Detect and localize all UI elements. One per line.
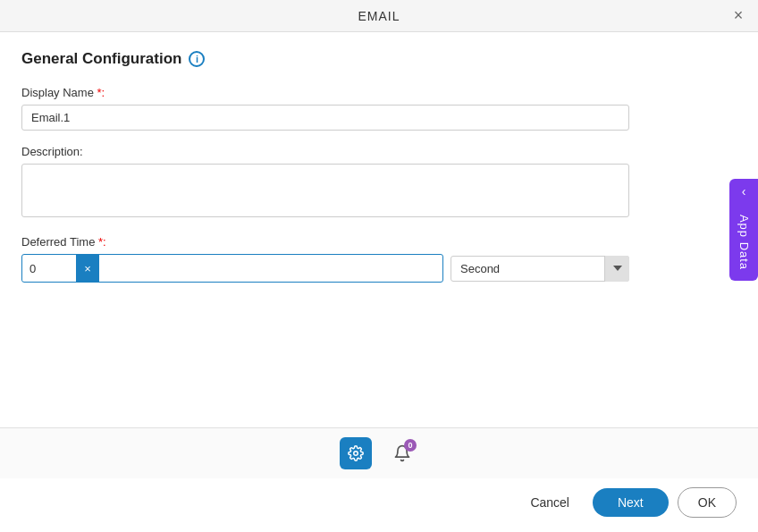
deferred-unit-select[interactable]: Second Minute Hour Day [451,256,629,282]
description-group: Description: [21,145,737,221]
bell-badge: 0 [404,439,417,452]
display-name-label: Display Name *: [21,86,737,99]
close-button[interactable]: × [728,5,749,27]
description-label: Description: [21,145,737,158]
footer-actions: Cancel Next OK [0,478,758,532]
deferred-time-input[interactable] [22,257,76,281]
app-data-chevron-icon[interactable]: ‹ [729,179,758,204]
email-modal: EMAIL × General Configuration i Display … [0,0,758,532]
deferred-input-wrap: × [21,254,443,283]
description-input[interactable] [21,164,629,217]
cancel-button[interactable]: Cancel [516,489,584,516]
settings-button[interactable] [340,437,372,469]
section-title: General Configuration i [21,50,737,68]
display-name-input[interactable] [21,105,629,131]
ok-button[interactable]: OK [678,487,737,518]
modal-header: EMAIL × [0,0,758,32]
section-title-text: General Configuration [21,50,181,68]
display-name-group: Display Name *: [21,86,737,131]
deferred-time-group: Deferred Time *: × Second Minute Hour Da… [21,235,737,283]
deferred-select-wrap: Second Minute Hour Day [451,256,629,282]
modal-body: General Configuration i Display Name *: … [0,32,758,427]
app-data-tab-container: ‹ App Data [729,179,758,281]
footer-icons: 0 [0,427,758,478]
bell-button[interactable]: 0 [386,437,418,469]
deferred-time-row: × Second Minute Hour Day [21,254,629,283]
modal-title: EMAIL [358,9,400,23]
app-data-label[interactable]: App Data [729,204,758,281]
deferred-clear-button[interactable]: × [76,255,99,282]
deferred-time-label: Deferred Time *: [21,235,737,249]
svg-point-0 [354,452,358,456]
next-button[interactable]: Next [593,488,669,517]
info-icon[interactable]: i [189,51,205,67]
